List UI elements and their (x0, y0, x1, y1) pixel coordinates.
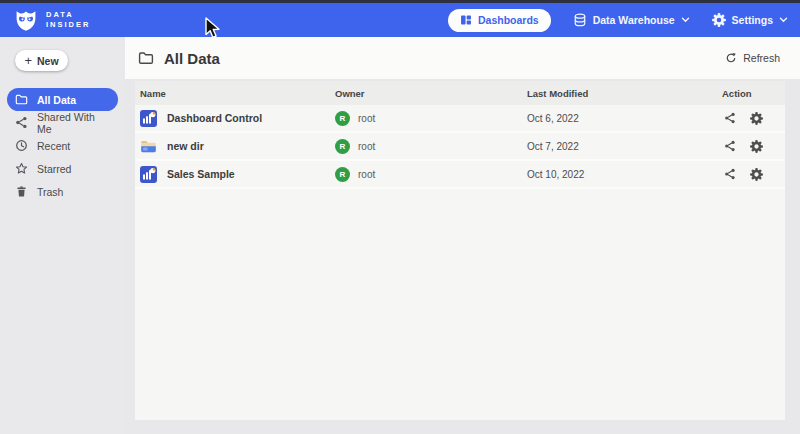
owner-cell: R root (335, 139, 527, 154)
gear-icon[interactable] (750, 168, 763, 181)
table-row[interactable]: Dashboard Control R root Oct 6, 2022 (135, 105, 785, 133)
owner-name: root (358, 141, 375, 152)
table-row[interactable]: new dir R root Oct 7, 2022 (135, 133, 785, 161)
settings-label: Settings (732, 14, 773, 26)
table-header: Name Owner Last Modified Action (135, 81, 785, 105)
chevron-down-icon (681, 17, 690, 23)
data-warehouse-label: Data Warehouse (593, 14, 675, 26)
dashboard-grid-icon (460, 14, 472, 26)
folder-file-icon (140, 138, 157, 155)
column-header-name: Name (140, 88, 335, 99)
sidebar-item-starred[interactable]: Starred (7, 157, 118, 180)
gear-icon[interactable] (750, 112, 763, 125)
dashboards-button-label: Dashboards (478, 14, 539, 26)
refresh-label: Refresh (743, 52, 780, 64)
refresh-icon (725, 52, 737, 64)
owner-name: root (358, 169, 375, 180)
sidebar-item-label: Shared With Me (37, 111, 110, 135)
logo-line2: INSIDER (46, 20, 90, 31)
database-icon (573, 13, 587, 27)
data-warehouse-menu[interactable]: Data Warehouse (573, 13, 690, 27)
gear-icon[interactable] (750, 140, 763, 153)
new-button[interactable]: + New (15, 50, 68, 71)
action-cell (722, 140, 785, 153)
page-title: All Data (164, 50, 220, 67)
sidebar-item-all-data[interactable]: All Data (7, 88, 118, 111)
owl-logo-icon (14, 8, 38, 32)
last-modified: Oct 6, 2022 (527, 113, 722, 124)
refresh-button[interactable]: Refresh (725, 52, 780, 64)
folder-icon (138, 50, 154, 66)
main-header: All Data Refresh (125, 37, 800, 79)
file-name-cell: Dashboard Control (140, 110, 335, 127)
folder-icon (15, 93, 28, 106)
sidebar-item-trash[interactable]: Trash (7, 180, 118, 203)
new-button-label: New (37, 55, 59, 67)
file-name: Dashboard Control (167, 112, 262, 124)
sidebar-item-label: Recent (37, 140, 70, 152)
dashboard-file-icon (140, 110, 157, 127)
chevron-down-icon (779, 17, 788, 23)
owner-cell: R root (335, 167, 527, 182)
owner-name: root (358, 113, 375, 124)
share-icon[interactable] (724, 140, 736, 152)
top-navbar: DATA INSIDER Dashboards Data Warehouse S… (0, 0, 800, 37)
file-table: Name Owner Last Modified Action Dashboar… (135, 81, 785, 420)
share-icon (15, 116, 28, 129)
sidebar-menu: All Data Shared With Me Recent Starred T… (0, 88, 125, 203)
star-icon (15, 162, 28, 175)
logo-line1: DATA (46, 10, 90, 21)
clock-icon (15, 139, 28, 152)
app-logo: DATA INSIDER (14, 8, 90, 32)
page-body: + New All Data Shared With Me Recent Sta… (0, 37, 800, 434)
share-icon[interactable] (724, 168, 736, 180)
column-header-last-modified: Last Modified (527, 88, 722, 99)
app-logo-text: DATA INSIDER (46, 10, 90, 31)
gear-icon (712, 13, 726, 27)
plus-icon: + (24, 54, 32, 67)
action-cell (722, 112, 785, 125)
table-row[interactable]: Sales Sample R root Oct 10, 2022 (135, 161, 785, 189)
action-cell (722, 168, 785, 181)
owner-avatar: R (335, 139, 350, 154)
settings-menu[interactable]: Settings (712, 13, 788, 27)
dashboard-file-icon (140, 166, 157, 183)
sidebar-item-label: Trash (37, 186, 63, 198)
sidebar-item-label: Starred (37, 163, 71, 175)
sidebar: + New All Data Shared With Me Recent Sta… (0, 37, 125, 434)
file-name: Sales Sample (167, 168, 235, 180)
column-header-action: Action (722, 88, 785, 99)
owner-avatar: R (335, 111, 350, 126)
owner-avatar: R (335, 167, 350, 182)
file-name-cell: new dir (140, 138, 335, 155)
main-area: All Data Refresh Name Owner Last Modifie… (125, 37, 800, 434)
content-area: Name Owner Last Modified Action Dashboar… (125, 79, 800, 434)
sidebar-item-label: All Data (37, 94, 76, 106)
last-modified: Oct 10, 2022 (527, 169, 722, 180)
file-name: new dir (167, 140, 204, 152)
navbar-actions: Dashboards Data Warehouse Settings (448, 9, 788, 32)
trash-icon (15, 185, 28, 198)
file-name-cell: Sales Sample (140, 166, 335, 183)
share-icon[interactable] (724, 112, 736, 124)
sidebar-item-recent[interactable]: Recent (7, 134, 118, 157)
dashboards-button[interactable]: Dashboards (448, 9, 551, 32)
sidebar-item-shared-with-me[interactable]: Shared With Me (7, 111, 118, 134)
column-header-owner: Owner (335, 88, 527, 99)
last-modified: Oct 7, 2022 (527, 141, 722, 152)
owner-cell: R root (335, 111, 527, 126)
